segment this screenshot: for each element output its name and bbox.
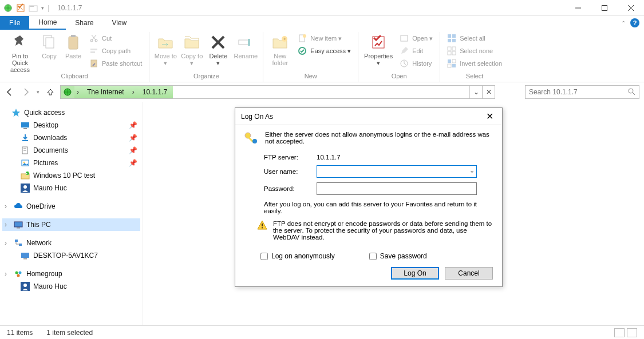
tree-desktop-pc[interactable]: DESKTOP-5AV1KC7 — [2, 249, 140, 262]
caret-icon: › — [5, 270, 10, 278]
svg-point-41 — [629, 89, 633, 93]
copy-path-button[interactable]: Copy path — [86, 45, 145, 57]
documents-icon — [21, 146, 30, 155]
easy-access-button[interactable]: Easy access ▾ — [294, 45, 354, 57]
new-folder-qat-icon[interactable] — [29, 3, 38, 13]
breadcrumb-chevron-icon[interactable]: › — [130, 88, 137, 96]
svg-rect-35 — [452, 51, 456, 55]
tree-w10test[interactable]: Windows 10 PC test — [2, 169, 140, 182]
search-input[interactable] — [529, 88, 627, 96]
breadcrumb-root[interactable]: The Internet — [81, 86, 130, 98]
breadcrumb-chevron-icon[interactable]: › — [74, 88, 81, 96]
logon-dialog: Log On As ✕ Either the server does not a… — [235, 107, 503, 287]
back-button[interactable] — [5, 87, 15, 97]
tree-downloads[interactable]: Downloads📌 — [2, 131, 140, 144]
address-refresh-button[interactable]: ✕ — [482, 86, 495, 98]
dialog-close-button[interactable]: ✕ — [483, 111, 496, 122]
tree-this-pc[interactable]: ›This PC — [2, 218, 140, 231]
tree-network[interactable]: ›Network — [2, 237, 140, 249]
view-details-icon[interactable] — [614, 328, 625, 337]
properties-button[interactable]: Properties▾ — [362, 32, 395, 71]
anon-checkbox[interactable]: Log on anonymously — [260, 252, 335, 260]
tree-mauro-2[interactable]: Mauro Huc — [2, 280, 140, 293]
pin-icon: 📌 — [129, 159, 136, 167]
properties-qat-icon[interactable] — [16, 3, 25, 13]
pin-quick-access-button[interactable]: Pin to Quick access — [3, 32, 37, 71]
tree-mauro-1[interactable]: Mauro Huc — [2, 182, 140, 194]
svg-rect-8 — [46, 38, 54, 48]
cancel-button[interactable]: Cancel — [445, 267, 493, 280]
up-button[interactable] — [45, 87, 56, 97]
svg-rect-60 — [23, 258, 27, 260]
pictures-icon — [21, 158, 30, 167]
tree-homegroup[interactable]: ›Homegroup — [2, 268, 140, 280]
copy-button[interactable]: Copy — [38, 32, 61, 71]
new-item-button[interactable]: New item ▾ — [294, 32, 354, 45]
svg-rect-9 — [69, 37, 78, 49]
delete-label: Delete▾ — [209, 53, 227, 67]
tree-pictures[interactable]: Pictures📌 — [2, 157, 140, 169]
pin-icon: 📌 — [129, 146, 136, 154]
tree-onedrive[interactable]: ›OneDrive — [2, 200, 140, 213]
forward-button[interactable] — [21, 87, 31, 97]
user-icon — [21, 282, 30, 291]
address-bar[interactable]: › The Internet › 10.1.1.7 ⌄ ✕ — [60, 85, 495, 99]
dialog-title: Log On As — [241, 113, 273, 121]
history-button[interactable]: History — [396, 57, 436, 70]
downloads-icon — [21, 133, 30, 142]
logon-button[interactable]: Log On — [391, 267, 439, 280]
search-box[interactable] — [525, 85, 639, 99]
help-icon[interactable]: ? — [630, 18, 639, 27]
svg-point-54 — [23, 185, 27, 189]
collapse-ribbon-icon[interactable]: ⌃ — [621, 20, 626, 26]
svg-rect-10 — [71, 35, 76, 37]
recent-dropdown-icon[interactable]: ▾ — [37, 89, 39, 95]
ribbon-group-clipboard: Pin to Quick access Copy Paste Cut Copy … — [0, 32, 149, 82]
tab-file[interactable]: File — [0, 16, 29, 30]
dialog-message: Either the server does not allow anonymo… — [265, 131, 493, 147]
svg-rect-4 — [602, 5, 607, 10]
save-password-checkbox[interactable]: Save password — [369, 252, 427, 260]
view-large-icons-icon[interactable] — [627, 328, 637, 337]
svg-rect-15 — [91, 60, 97, 67]
close-button[interactable] — [618, 0, 644, 16]
chevron-down-icon[interactable]: ⌄ — [469, 167, 475, 174]
paste-button[interactable]: Paste — [62, 32, 85, 71]
tab-share[interactable]: Share — [66, 16, 102, 30]
rename-button[interactable]: Rename — [232, 32, 259, 71]
select-none-button[interactable]: Select none — [444, 45, 505, 57]
password-input[interactable] — [317, 182, 477, 195]
pin-icon: 📌 — [129, 134, 136, 142]
ribbon: Pin to Quick access Copy Paste Cut Copy … — [0, 30, 644, 82]
group-label-new: New — [267, 71, 354, 82]
group-label-organize: Organize — [153, 71, 259, 82]
minimize-button[interactable] — [565, 0, 591, 16]
copy-to-button[interactable]: Copy to ▾ — [179, 32, 204, 71]
maximize-button[interactable] — [591, 0, 618, 16]
breadcrumb-current[interactable]: 10.1.1.7 — [137, 86, 173, 98]
paste-shortcut-button[interactable]: Paste shortcut — [86, 57, 145, 70]
username-input[interactable] — [317, 165, 477, 178]
tree-documents[interactable]: Documents📌 — [2, 144, 140, 157]
address-dropdown-button[interactable]: ⌄ — [469, 86, 482, 98]
new-folder-button[interactable]: ✦ New folder — [267, 32, 293, 71]
cut-icon — [89, 34, 98, 43]
tree-quick-access[interactable]: Quick access — [2, 106, 140, 119]
svg-rect-32 — [448, 47, 451, 50]
invert-selection-button[interactable]: Invert selection — [444, 57, 505, 70]
cut-button[interactable]: Cut — [86, 32, 145, 45]
qat-dropdown-icon[interactable]: ▾ — [41, 5, 44, 11]
tab-home[interactable]: Home — [29, 16, 66, 30]
svg-point-70 — [262, 228, 263, 229]
move-to-button[interactable]: Move to ▾ — [153, 32, 178, 71]
edit-button[interactable]: Edit — [396, 45, 436, 57]
delete-button[interactable]: Delete▾ — [206, 32, 231, 71]
tree-desktop[interactable]: Desktop📌 — [2, 119, 140, 131]
open-button[interactable]: Open ▾ — [396, 32, 436, 45]
tab-view[interactable]: View — [102, 16, 136, 30]
svg-point-50 — [23, 162, 25, 163]
homegroup-icon — [14, 269, 23, 278]
select-all-button[interactable]: Select all — [444, 32, 505, 45]
svg-rect-55 — [14, 222, 22, 227]
onedrive-icon — [14, 202, 23, 211]
